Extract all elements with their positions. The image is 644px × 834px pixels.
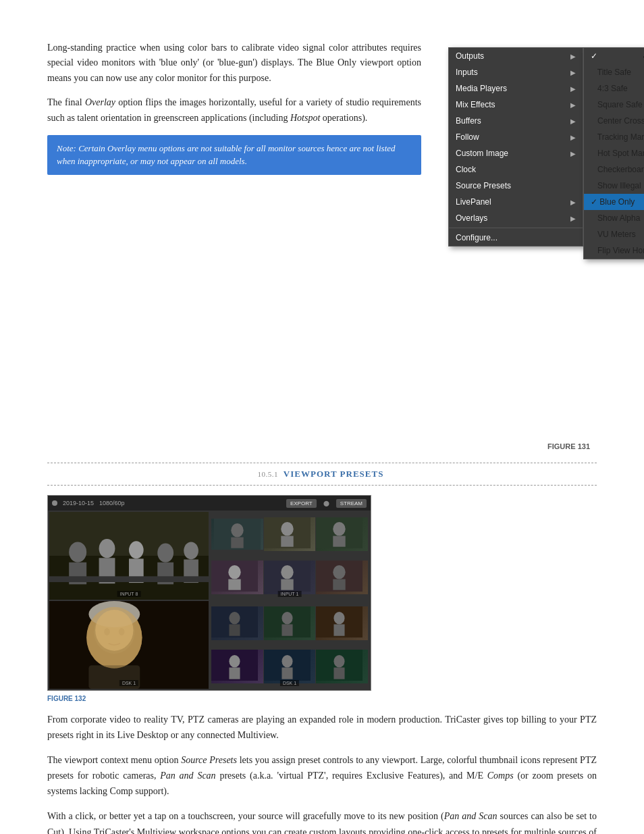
- subcell-thumb: [264, 606, 311, 637]
- svg-point-40: [95, 610, 133, 651]
- subcell-thumb: [316, 561, 363, 592]
- svg-rect-46: [281, 625, 292, 636]
- sm-center-cross[interactable]: Center Cross: [584, 113, 644, 129]
- subcell-2-4: [211, 561, 263, 594]
- section-title: VIEWPORT PRESETS: [284, 469, 384, 479]
- subcell-thumb: [316, 517, 363, 548]
- arrow-icon: ▶: [570, 118, 576, 125]
- svg-point-20: [333, 522, 346, 536]
- note-box: Note: Certain Overlay menu options are n…: [47, 135, 421, 175]
- sm-tally-borders[interactable]: ✓ Tally Borders: [584, 48, 644, 64]
- stream-toggle: ⬤: [323, 500, 329, 506]
- subcell-thumb: [316, 650, 363, 681]
- section-header: 10.5.1 VIEWPORT PRESETS: [47, 463, 597, 486]
- svg-point-45: [281, 612, 292, 624]
- subcell-thumb: [264, 517, 311, 548]
- stream-btn[interactable]: STREAM: [336, 499, 367, 508]
- sm-tracking[interactable]: Tracking Markers: [584, 129, 644, 145]
- cm-buffers[interactable]: Buffers▶: [449, 113, 583, 129]
- cm-livepanel[interactable]: LivePanel▶: [449, 194, 583, 210]
- export-btn[interactable]: EXPORT: [286, 499, 317, 508]
- arrow-icon: ▶: [570, 85, 576, 93]
- sm-title-safe[interactable]: Title Safe: [584, 64, 644, 80]
- sm-hotspot[interactable]: Hot Spot Markers: [584, 145, 644, 161]
- svg-point-42: [229, 612, 240, 624]
- sm-vu-meters[interactable]: VU Meters ▶: [584, 226, 644, 242]
- subcell-thumb: [214, 519, 261, 550]
- arrow-icon: ▶: [570, 134, 576, 141]
- figure-image: 2019-10-15 1080/60p EXPORT ⬤ STREAM: [47, 495, 371, 691]
- subcell-4-4: [211, 650, 263, 683]
- cm-source-presets[interactable]: Source Presets: [449, 178, 583, 194]
- top-section: Long-standing practice when using color …: [47, 41, 597, 450]
- cm-inputs[interactable]: Inputs▶: [449, 64, 583, 80]
- figure-132-label: FIGURE 132: [47, 695, 597, 702]
- cm-configure[interactable]: Configure...: [449, 230, 583, 246]
- toolbar-right: EXPORT ⬤ STREAM: [286, 499, 367, 508]
- cell3-washington: [49, 601, 209, 689]
- subcell-4-2: [264, 606, 316, 640]
- subcell-thumb: [264, 561, 311, 592]
- arrow-icon: ▶: [570, 150, 576, 157]
- fig-cell-4: DSK 1: [210, 601, 369, 689]
- sm-43-safe[interactable]: 4:3 Safe: [584, 80, 644, 97]
- submenu-panel[interactable]: ✓ Tally Borders Title Safe 4:3 Safe Squa…: [583, 47, 644, 259]
- svg-rect-58: [334, 667, 345, 679]
- cm-follow[interactable]: Follow▶: [449, 129, 583, 145]
- toolbar-dot: [52, 500, 57, 506]
- cm-separator: [449, 228, 583, 228]
- svg-rect-43: [229, 625, 240, 636]
- svg-point-57: [334, 655, 345, 667]
- cell2-label: INPUT 1: [278, 591, 302, 597]
- context-menu-area: Outputs▶ Inputs▶ Media Players▶ Mix Effe…: [435, 41, 597, 450]
- cm-custom-image[interactable]: Custom Image▶: [449, 145, 583, 161]
- svg-point-10: [184, 542, 198, 559]
- subcell-2-1: [211, 519, 263, 550]
- cell3-label: DSK 1: [119, 680, 138, 686]
- arrow-icon: ▶: [570, 53, 576, 60]
- subcell-thumb: [211, 561, 258, 592]
- para-overlay: The final Overlay option flips the image…: [47, 95, 421, 126]
- svg-rect-21: [333, 536, 346, 547]
- cm-outputs[interactable]: Outputs▶: [449, 48, 583, 64]
- sm-blue-only[interactable]: ✓ Blue Only ↖: [584, 194, 644, 210]
- svg-point-23: [228, 565, 240, 579]
- arrow-icon: ▶: [570, 199, 576, 206]
- svg-point-17: [281, 522, 293, 536]
- svg-point-4: [99, 539, 115, 558]
- svg-point-48: [334, 612, 345, 624]
- svg-point-2: [69, 542, 86, 562]
- subcell-4-6: [316, 650, 368, 683]
- subcell-thumb: [316, 606, 363, 637]
- svg-point-8: [157, 544, 173, 563]
- intro-text: Long-standing practice when using color …: [47, 41, 421, 450]
- context-menu-wrapper: Outputs▶ Inputs▶ Media Players▶ Mix Effe…: [435, 41, 583, 246]
- context-menu[interactable]: Outputs▶ Inputs▶ Media Players▶ Mix Effe…: [448, 47, 583, 246]
- svg-point-29: [333, 565, 346, 579]
- cm-clock[interactable]: Clock: [449, 161, 583, 178]
- svg-point-54: [281, 655, 292, 667]
- cm-overlays[interactable]: Overlays▶: [449, 210, 583, 226]
- toolbar-res: 1080/60p: [99, 500, 125, 506]
- toolbar-date: 2019-10-15: [63, 500, 94, 506]
- sm-checkerboard[interactable]: Checkerboard: [584, 161, 644, 178]
- subcell-2-3: [316, 517, 368, 551]
- svg-rect-30: [333, 579, 346, 590]
- svg-rect-27: [281, 579, 293, 590]
- svg-point-26: [281, 565, 293, 579]
- svg-point-51: [229, 655, 240, 667]
- svg-rect-15: [231, 538, 243, 548]
- sm-show-illegal[interactable]: Show Illegal: [584, 178, 644, 194]
- subcell-thumb: [211, 650, 258, 681]
- subcell-2-2: [264, 517, 316, 551]
- subcell-2-6: [316, 561, 368, 594]
- cm-mix-effects[interactable]: Mix Effects▶: [449, 97, 583, 113]
- cm-media-players[interactable]: Media Players▶: [449, 80, 583, 97]
- sm-show-alpha[interactable]: Show Alpha: [584, 210, 644, 226]
- fig-toolbar: 2019-10-15 1080/60p EXPORT ⬤ STREAM: [48, 496, 371, 511]
- sm-flip-view[interactable]: Flip View Horizontal: [584, 242, 644, 259]
- body-para1: From corporate video to reality TV, PTZ …: [47, 712, 597, 743]
- sm-square-safe[interactable]: Square Safe Area: [584, 97, 644, 113]
- cell4-label: DSK 1: [280, 680, 299, 686]
- subcell-4-5: [264, 650, 316, 683]
